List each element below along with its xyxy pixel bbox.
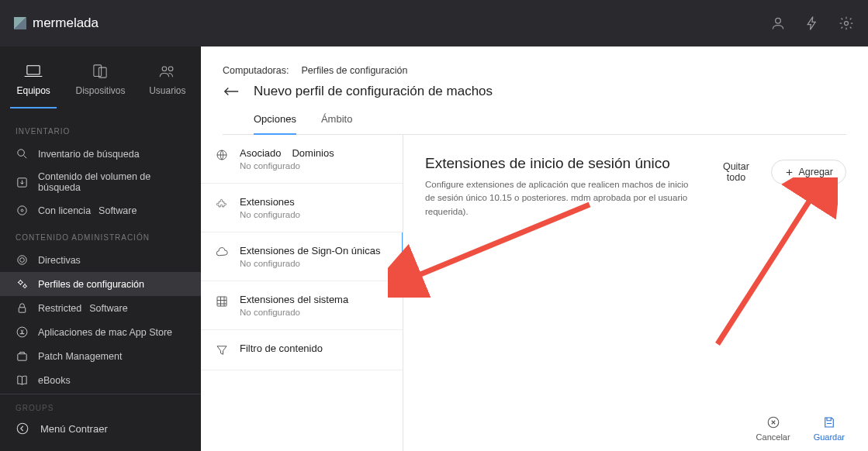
sidebar-item-ebooks[interactable]: eBooks xyxy=(0,368,201,392)
puzzle-icon xyxy=(215,197,229,211)
collapse-icon xyxy=(16,422,29,436)
option-title: AsociadoDominios xyxy=(240,147,334,159)
appstore-icon xyxy=(16,325,29,339)
svg-point-13 xyxy=(19,281,22,284)
sidebar-item-label: Con licencia Software xyxy=(38,205,137,216)
title-row: Nuevo perfil de configuración de machos xyxy=(223,84,846,99)
sidebar-groups-label: GROUPS xyxy=(0,401,201,412)
option-extensions[interactable]: Extensiones No configurado xyxy=(201,184,403,232)
add-button[interactable]: Agregar xyxy=(771,160,846,184)
save-button[interactable]: Guardar xyxy=(814,415,845,442)
svg-point-5 xyxy=(162,67,167,71)
sidebar-item-label: Patch Management xyxy=(38,351,122,362)
tab-options[interactable]: Opciones xyxy=(254,113,296,134)
detail-title: Extensiones de inicio de sesión único xyxy=(425,155,697,172)
download-icon xyxy=(16,176,29,189)
option-subtitle: No configurado xyxy=(240,210,300,219)
cancel-icon xyxy=(766,415,780,429)
detail-actions: Quitar todo Agregar xyxy=(711,155,846,189)
laptop-icon xyxy=(23,64,43,79)
option-associated-domains[interactable]: AsociadoDominios No configurado xyxy=(201,135,403,184)
svg-point-18 xyxy=(17,423,28,434)
plus-icon xyxy=(784,167,794,177)
svg-point-7 xyxy=(18,150,24,157)
sidebar-item-config-profiles[interactable]: Perfiles de configuración xyxy=(0,272,201,296)
sidebar-item-volume-content[interactable]: Contenido del volumen de búsqueda xyxy=(0,166,201,198)
sidebar-item-mac-app-store[interactable]: Aplicaciones de mac App Store xyxy=(0,320,201,344)
svg-point-10 xyxy=(21,209,23,212)
svg-rect-2 xyxy=(27,66,40,74)
svg-rect-3 xyxy=(94,65,102,77)
sidebar-item-label: eBooks xyxy=(38,375,71,386)
remove-all-button[interactable]: Quitar todo xyxy=(711,155,761,189)
save-icon xyxy=(822,415,836,429)
sidebar-item-label: Perfiles de configuración xyxy=(38,279,144,290)
cancel-button[interactable]: Cancelar xyxy=(756,415,790,442)
option-subtitle: No configurado xyxy=(240,259,380,268)
options-list: AsociadoDominios No configurado Extensio… xyxy=(201,135,403,451)
device-tab-usuarios[interactable]: Usuarios xyxy=(134,57,201,108)
svg-point-6 xyxy=(168,67,173,71)
brand-logo xyxy=(14,17,26,29)
tab-scope[interactable]: Ámbito xyxy=(321,113,352,134)
gear-icon[interactable] xyxy=(839,15,854,31)
content-row: AsociadoDominios No configurado Extensio… xyxy=(201,135,868,451)
cloud-icon xyxy=(215,246,229,260)
breadcrumb-current[interactable]: Perfiles de configuración xyxy=(301,65,407,76)
bottom-bar: Cancelar Guardar xyxy=(733,408,868,451)
filter-icon xyxy=(215,343,229,357)
sidebar: Equipos Dispositivos Usuarios INVENTARIO… xyxy=(0,46,201,451)
option-subtitle: No configurado xyxy=(240,161,334,170)
globe-icon xyxy=(215,148,229,162)
option-title: Filtro de contenido xyxy=(240,343,323,354)
sidebar-section-inventory: INVENTARIO xyxy=(0,116,201,142)
brand: mermelada xyxy=(14,15,99,31)
lock-icon xyxy=(16,301,29,315)
option-title: Extensiones de Sign-On únicas xyxy=(240,245,380,256)
disc-icon xyxy=(16,204,29,217)
svg-point-9 xyxy=(18,206,26,215)
target-icon xyxy=(16,253,29,267)
tabs: Opciones Ámbito xyxy=(223,99,846,135)
sidebar-item-policies[interactable]: Directivas xyxy=(0,248,201,272)
option-sso-extensions[interactable]: Extensiones de Sign-On únicas No configu… xyxy=(201,232,403,281)
users-icon xyxy=(157,64,178,79)
patch-icon xyxy=(16,349,29,363)
option-content-filter[interactable]: Filtro de contenido xyxy=(201,330,403,370)
device-tab-dispositivos[interactable]: Dispositivos xyxy=(67,57,133,108)
user-icon[interactable] xyxy=(770,15,786,31)
collapse-menu[interactable]: Menú Contraer xyxy=(0,412,201,445)
detail-description: Configure extensiones de aplicación que … xyxy=(425,178,697,219)
grid-icon xyxy=(215,294,229,308)
option-subtitle: No configurado xyxy=(240,308,348,317)
collapse-label: Menú Contraer xyxy=(40,423,108,435)
main-panel: Computadoras: Perfiles de configuración … xyxy=(201,51,868,451)
sidebar-item-search-inventory[interactable]: Inventario de búsqueda xyxy=(0,142,201,166)
sidebar-item-label: Contenido del volumen de búsqueda xyxy=(38,171,185,193)
topbar-icons xyxy=(770,15,854,31)
main-header: Computadoras: Perfiles de configuración … xyxy=(201,51,868,135)
option-system-extensions[interactable]: Extensiones del sistema No configurado xyxy=(201,281,403,330)
svg-rect-20 xyxy=(217,297,227,306)
device-tab-label: Equipos xyxy=(16,85,50,96)
option-title: Extensiones del sistema xyxy=(240,294,348,305)
breadcrumb: Computadoras: Perfiles de configuración xyxy=(223,65,846,76)
svg-point-1 xyxy=(845,22,849,26)
breadcrumb-root[interactable]: Computadoras: xyxy=(223,65,289,76)
brand-name: mermelada xyxy=(33,15,99,31)
gears-icon xyxy=(16,277,29,291)
svg-rect-15 xyxy=(19,308,26,312)
svg-point-12 xyxy=(20,258,25,263)
svg-rect-17 xyxy=(18,354,26,361)
search-icon xyxy=(16,147,29,160)
sidebar-section-content: CONTENIDO ADMINISTRACIÓN xyxy=(0,222,201,248)
save-label: Guardar xyxy=(814,432,845,442)
device-tabs: Equipos Dispositivos Usuarios xyxy=(0,46,201,116)
sidebar-item-restricted-software[interactable]: Restricted Software xyxy=(0,296,201,320)
detail-header: Extensiones de inicio de sesión único Co… xyxy=(425,155,846,219)
sidebar-item-patch-management[interactable]: Patch Management xyxy=(0,344,201,368)
back-arrow-icon[interactable] xyxy=(223,86,240,97)
bolt-icon[interactable] xyxy=(804,15,820,31)
sidebar-item-licensed-software[interactable]: Con licencia Software xyxy=(0,198,201,222)
device-tab-equipos[interactable]: Equipos xyxy=(0,57,67,108)
